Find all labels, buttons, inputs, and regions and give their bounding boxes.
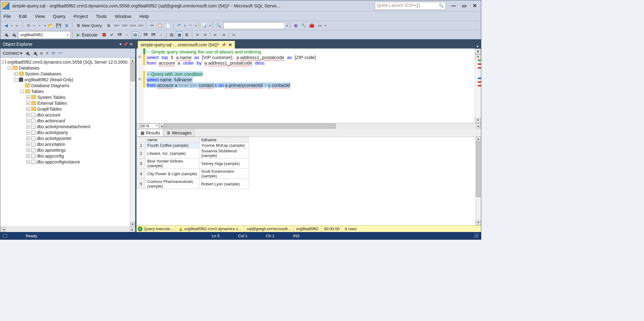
connect-dropdown[interactable]: Connect ▾ [3,51,22,56]
split-editor-icon[interactable]: ⬍ [475,49,481,54]
outdent-icon[interactable]: ⇥ [220,32,227,38]
tree-server-node[interactable]: −org9ba85f62.crm3.dynamics.com,5558 (SQL… [2,59,128,65]
results-grid[interactable]: name fullname 1Fourth Coffee (sample)Yvo… [136,137,481,225]
dmx-icon[interactable]: DMX [121,22,128,29]
tree-table[interactable]: +dbo.activitymimeattachment [2,124,128,129]
resize-grip-icon[interactable] [474,234,479,238]
save-icon[interactable]: 💾 [55,22,62,29]
tree-table[interactable]: +dbo.apisettings [2,147,128,153]
stop-icon[interactable]: ■ [40,51,43,56]
tree-user-database[interactable]: −org9ba85f62 (Read-Only) [2,77,128,82]
menu-query[interactable]: Query [53,14,65,19]
filter-icon[interactable]: ▼ [45,51,50,56]
zoom-selector[interactable]: 100 %▾ [137,124,159,129]
hscroll-left[interactable]: ◂ [159,124,164,129]
results-tab[interactable]: ▦Results [138,129,163,137]
grid-row[interactable]: 4City Power & Light (sample)Scott Koners… [137,169,249,179]
restore-button[interactable]: ▭ [461,3,467,9]
execute-button[interactable]: ▶ Execute [74,31,100,39]
sql-editor[interactable]: ⊟⊟ -- Simple query showing the use of al… [136,49,481,123]
wrench-icon[interactable]: 🔧 [300,22,307,29]
object-tree[interactable]: −org9ba85f62.crm3.dynamics.com,5558 (SQL… [0,58,130,226]
tab-overflow-icon[interactable]: ▾ [474,44,481,49]
code-content[interactable]: -- Simple query showing the use of alias… [145,49,475,123]
parse-icon[interactable]: ✔ [109,32,115,38]
tree-graph-tables[interactable]: +GraphTables [2,106,128,112]
tree-table[interactable]: +dbo.annotation [2,141,128,147]
new-project-icon[interactable]: ✳ [25,22,32,29]
indent-icon[interactable]: ⇤ [212,32,219,38]
find-combo[interactable] [223,22,285,29]
results-file-icon[interactable]: 🗎 [184,32,190,38]
client-stats-icon[interactable]: ▫ [158,32,165,38]
hscroll-track[interactable] [164,124,476,129]
document-tab[interactable]: simple-query.sql -...nmicrosoft.com (54)… [138,41,235,49]
mdx-icon[interactable]: MDX [113,22,120,29]
tree-system-tables[interactable]: +System Tables [2,94,128,100]
open-icon[interactable]: 📂 [47,22,54,29]
results-text-icon[interactable]: ▤ [168,32,175,38]
tree-external-tables[interactable]: +External Tables [2,100,128,106]
change-connection-icon[interactable]: 🔌 [10,32,17,38]
menu-edit[interactable]: Edit [19,14,27,19]
database-selector[interactable]: org9ba85f62▾ [18,31,71,39]
extension-icon[interactable]: ▣ [292,22,299,29]
disconnect-icon[interactable]: 🔌 [25,51,30,56]
query-options-icon[interactable]: ▫ [124,32,131,38]
stop-button[interactable] [101,32,108,38]
new-query-button[interactable]: 🗎 New Query [74,22,104,29]
tree-table[interactable]: +dbo.appconfiginstance [2,159,128,165]
estimated-plan-icon[interactable]: 🗺 [116,32,123,38]
tree-system-databases[interactable]: +System Databases [2,71,128,77]
column-header-name[interactable]: name [145,137,199,143]
grid-row[interactable]: 3Blue Yonder Airlines (sample)Sidney Hig… [137,158,249,169]
connect-icon[interactable]: 🔌 [3,32,10,38]
pin-icon[interactable]: 📌 [123,42,128,46]
script-icon[interactable]: 🗎 [105,22,112,29]
uncomment-icon[interactable]: ≡ [202,32,209,38]
results-grid-icon[interactable]: ▦ [176,32,183,38]
new-file-icon[interactable]: ▫ [36,22,43,29]
close-panel-icon[interactable]: ✕ [130,42,133,46]
disconnect-all-icon[interactable]: 🔌 [32,51,38,56]
tree-horizontal-scrollbar[interactable]: ◂▸ [0,226,135,232]
close-tab-icon[interactable]: ✕ [228,42,232,47]
window-position-icon[interactable]: ▾ [119,42,121,46]
pin-tab-icon[interactable]: 📌 [222,43,226,47]
copy-icon[interactable]: 📋 [157,22,163,29]
dax-icon[interactable]: DAX [137,22,144,29]
column-header-fullname[interactable]: fullname [199,137,249,143]
comment-icon[interactable]: ≡ [194,32,201,38]
menu-tools[interactable]: Tools [96,14,107,19]
menu-view[interactable]: View [35,14,45,19]
close-button[interactable]: ✕ [472,3,477,9]
activity-monitor-icon[interactable]: 📊 [201,22,208,29]
tree-table[interactable]: +dbo.appconfig [2,153,128,159]
tree-table[interactable]: +dbo.activityparty [2,129,128,135]
grid-row[interactable]: 2Litware, Inc. (sample)Susanna Stubberod… [137,148,249,158]
menu-help[interactable]: Help [139,14,149,19]
xmla-icon[interactable]: XMLA [129,22,136,29]
save-all-icon[interactable]: 🗎 [63,22,70,29]
grid-vertical-scrollbar[interactable]: ▴ ▾ [475,137,481,225]
actual-plan-icon[interactable]: 🗺 [142,32,149,38]
menu-project[interactable]: Project [73,14,88,19]
toolbox-icon[interactable]: 🧰 [308,22,315,29]
tree-table[interactable]: +dbo.actioncard [2,118,128,124]
minimize-button[interactable]: — [451,3,456,9]
tree-diagrams[interactable]: +Database Diagrams [2,82,128,88]
back-button[interactable]: ◀ [3,22,10,29]
cut-icon[interactable]: ✂ [148,22,155,29]
window-layout-icon[interactable]: ▭ [316,22,323,29]
messages-tab[interactable]: 🗎Messages [164,129,194,137]
tree-table[interactable]: +dbo.activitypointer [2,135,128,141]
editor-scrollbar[interactable]: ⬍ ▴ ▾ [475,49,481,123]
undo-icon[interactable]: ↶ [176,22,182,29]
tree-tables[interactable]: −Tables [2,88,128,94]
tree-databases[interactable]: −Databases [2,65,128,71]
menu-window[interactable]: Window [115,14,131,19]
tree-vertical-scrollbar[interactable]: ▴ ▾ [130,58,135,226]
forward-button[interactable]: ▶ [14,22,21,29]
live-stats-icon[interactable]: 🗺 [150,32,157,38]
hscroll-right[interactable]: ▸ [476,124,481,129]
